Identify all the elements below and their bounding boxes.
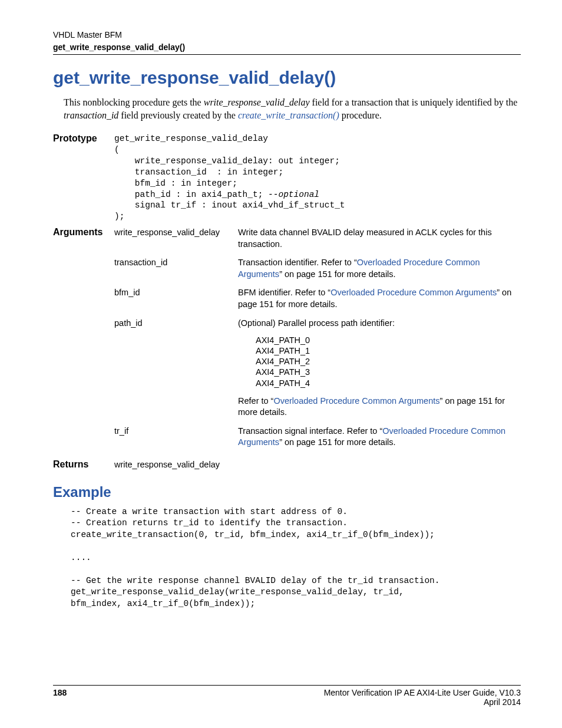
argument-desc: BFM identifier. Refer to “Overloaded Pro… (238, 287, 521, 310)
argument-desc: (Optional) Parallel process path identif… (238, 318, 521, 419)
footer-page-number: 188 (53, 688, 67, 697)
example-code: -- Create a write transaction with start… (71, 506, 521, 610)
intro-text: This nonblocking procedure gets the (64, 97, 204, 107)
header-category: VHDL Master BFM (53, 29, 521, 40)
intro-text: field for a transaction that is uniquely… (310, 97, 518, 107)
argument-row: write_response_valid_delay Write data ch… (114, 227, 521, 250)
path-id-option: AXI4_PATH_2 (256, 356, 521, 367)
argument-name: write_response_valid_delay (114, 227, 238, 239)
example-heading: Example (53, 484, 521, 500)
intro-text: procedure. (339, 110, 382, 120)
page-footer: 188 Mentor Verification IP AE AXI4-Lite … (53, 685, 521, 707)
path-id-option: AXI4_PATH_0 (256, 335, 521, 345)
intro-field1: write_response_valid_delay (204, 97, 310, 107)
argument-desc: Transaction identifier. Refer to “Overlo… (238, 257, 521, 280)
returns-label: Returns (53, 459, 114, 470)
page-title: get_write_response_valid_delay() (53, 68, 521, 88)
arguments-label: Arguments (53, 227, 114, 238)
prototype-code: get_write_response_valid_delay ( write_r… (114, 133, 521, 222)
argument-name: path_id (114, 318, 238, 330)
argument-row: bfm_id BFM identifier. Refer to “Overloa… (114, 287, 521, 310)
footer-date: April 2014 (53, 697, 521, 707)
argument-name: transaction_id (114, 257, 238, 269)
header-rule (53, 54, 521, 55)
argument-name: bfm_id (114, 287, 238, 299)
intro-link-create-write-transaction[interactable]: create_write_transaction() (238, 110, 339, 120)
returns-value: write_response_valid_delay (114, 460, 220, 469)
argument-row: path_id (Optional) Parallel process path… (114, 318, 521, 419)
argument-row: transaction_id Transaction identifier. R… (114, 257, 521, 280)
intro-field2: transaction_id (64, 110, 118, 120)
argument-row: tr_if Transaction signal interface. Refe… (114, 426, 521, 449)
intro-text: field previously created by the (118, 110, 238, 120)
header-topic: get_write_response_valid_delay() (53, 42, 521, 52)
path-id-option: AXI4_PATH_3 (256, 367, 521, 377)
intro-paragraph: This nonblocking procedure gets the writ… (64, 96, 521, 121)
footer-book-title: Mentor Verification IP AE AXI4-Lite User… (324, 688, 521, 697)
path-id-option: AXI4_PATH_1 (256, 345, 521, 356)
link-overloaded-procedure-common-arguments[interactable]: Overloaded Procedure Common Arguments (273, 396, 439, 406)
link-overloaded-procedure-common-arguments[interactable]: Overloaded Procedure Common Arguments (330, 288, 497, 297)
prototype-label: Prototype (53, 133, 114, 144)
argument-desc: Transaction signal interface. Refer to “… (238, 426, 521, 449)
path-id-list: AXI4_PATH_0 AXI4_PATH_1 AXI4_PATH_2 AXI4… (256, 335, 521, 388)
argument-desc: Write data channel BVALID delay measured… (238, 227, 521, 250)
argument-name: tr_if (114, 426, 238, 437)
path-id-option: AXI4_PATH_4 (256, 378, 521, 388)
